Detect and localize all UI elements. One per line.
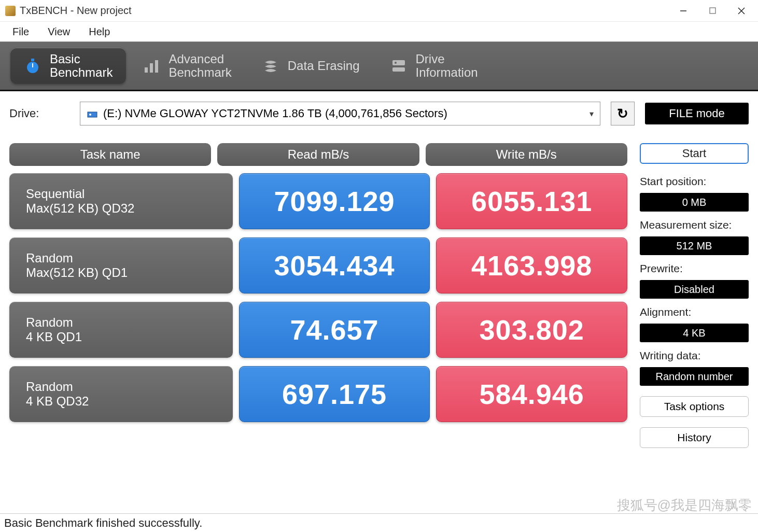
header-row: Task name Read mB/s Write mB/s <box>9 143 627 166</box>
write-value: 584.946 <box>436 366 627 422</box>
task-line2: 4 KB QD32 <box>26 394 216 409</box>
side-panel: Start Start position: 0 MB Measurement s… <box>640 143 749 513</box>
erase-icon <box>262 57 279 75</box>
close-button[interactable] <box>727 0 756 22</box>
task-options-button[interactable]: Task options <box>640 396 749 417</box>
start-button[interactable]: Start <box>640 143 749 164</box>
svg-rect-1 <box>710 8 715 13</box>
tab-basic-benchmark[interactable]: Basic Benchmark <box>10 48 126 84</box>
title-bar: TxBENCH - New project <box>0 0 758 22</box>
writing-data-button[interactable]: Random number <box>640 367 749 386</box>
read-value: 7099.129 <box>239 173 430 229</box>
result-row: Random 4 KB QD1 74.657 303.802 <box>9 302 627 358</box>
svg-rect-10 <box>392 60 405 65</box>
result-row: Sequential Max(512 KB) QD32 7099.129 605… <box>9 173 627 229</box>
results-panel: Task name Read mB/s Write mB/s Sequentia… <box>9 143 627 513</box>
measurement-size-label: Measurement size: <box>640 219 749 231</box>
stopwatch-icon <box>24 57 41 75</box>
alignment-label: Alignment: <box>640 306 749 318</box>
task-name-cell[interactable]: Random Max(512 KB) QD1 <box>9 237 233 293</box>
header-task: Task name <box>9 143 211 166</box>
write-value: 303.802 <box>436 302 627 358</box>
tab-drive-information[interactable]: Drive Information <box>376 48 492 84</box>
task-name-cell[interactable]: Random 4 KB QD1 <box>9 302 233 358</box>
tab-label: Advanced Benchmark <box>169 52 231 80</box>
minimize-button[interactable] <box>669 0 698 22</box>
read-value: 697.175 <box>239 366 430 422</box>
status-text: Basic Benchmark finished successfully. <box>4 516 202 530</box>
task-line2: Max(512 KB) QD1 <box>26 265 216 280</box>
drive-select[interactable]: (E:) NVMe GLOWAY YCT2TNVMe 1.86 TB (4,00… <box>80 102 600 125</box>
svg-rect-9 <box>155 60 158 73</box>
result-row: Random Max(512 KB) QD1 3054.434 4163.998 <box>9 237 627 293</box>
task-line1: Random <box>26 251 216 265</box>
history-button[interactable]: History <box>640 427 749 448</box>
menu-view[interactable]: View <box>39 23 78 41</box>
task-line1: Random <box>26 315 216 330</box>
window-title: TxBENCH - New project <box>20 5 669 17</box>
tab-advanced-benchmark[interactable]: Advanced Benchmark <box>129 48 245 84</box>
start-position-label: Start position: <box>640 175 749 188</box>
close-icon <box>738 7 745 15</box>
disk-icon <box>87 109 98 118</box>
tab-label: Basic Benchmark <box>50 52 113 80</box>
write-value: 4163.998 <box>436 237 627 293</box>
result-row: Random 4 KB QD32 697.175 584.946 <box>9 366 627 422</box>
read-value: 74.657 <box>239 302 430 358</box>
measurement-size-button[interactable]: 512 MB <box>640 236 749 255</box>
refresh-icon: ↻ <box>617 106 628 122</box>
status-bar: Basic Benchmark finished successfully. <box>0 513 758 532</box>
maximize-icon <box>709 7 716 14</box>
drive-selected-text: (E:) NVMe GLOWAY YCT2TNVMe 1.86 TB (4,00… <box>103 107 447 120</box>
prewrite-label: Prewrite: <box>640 262 749 275</box>
minimize-icon <box>680 7 687 15</box>
app-icon <box>5 6 16 16</box>
drive-icon <box>390 57 408 75</box>
task-name-cell[interactable]: Sequential Max(512 KB) QD32 <box>9 173 233 229</box>
svg-rect-11 <box>392 67 405 72</box>
read-value: 3054.434 <box>239 237 430 293</box>
task-line2: 4 KB QD1 <box>26 330 216 344</box>
menu-help[interactable]: Help <box>80 23 118 41</box>
tab-label: Drive Information <box>416 52 478 80</box>
writing-data-label: Writing data: <box>640 349 749 362</box>
svg-rect-5 <box>31 59 34 61</box>
header-read: Read mB/s <box>217 143 419 166</box>
body-row: Task name Read mB/s Write mB/s Sequentia… <box>9 143 749 513</box>
prewrite-button[interactable]: Disabled <box>640 280 749 299</box>
svg-point-14 <box>89 114 91 116</box>
bar-chart-icon <box>143 57 160 75</box>
drive-row: Drive: (E:) NVMe GLOWAY YCT2TNVMe 1.86 T… <box>9 102 749 125</box>
task-line1: Sequential <box>26 187 216 201</box>
svg-point-12 <box>395 62 397 64</box>
task-line2: Max(512 KB) QD32 <box>26 201 216 216</box>
file-mode-button[interactable]: FILE mode <box>645 103 749 124</box>
menu-file[interactable]: File <box>4 23 37 41</box>
tab-strip: Basic Benchmark Advanced Benchmark Data … <box>0 41 758 91</box>
header-write: Write mB/s <box>426 143 627 166</box>
menu-bar: File View Help <box>0 22 758 41</box>
tab-data-erasing[interactable]: Data Erasing <box>248 48 373 84</box>
start-position-button[interactable]: 0 MB <box>640 193 749 212</box>
write-value: 6055.131 <box>436 173 627 229</box>
refresh-button[interactable]: ↻ <box>611 102 635 125</box>
window-controls <box>669 0 756 22</box>
task-line1: Random <box>26 380 216 394</box>
maximize-button[interactable] <box>698 0 727 22</box>
main-panel: Drive: (E:) NVMe GLOWAY YCT2TNVMe 1.86 T… <box>0 91 758 513</box>
chevron-down-icon: ▾ <box>589 109 594 119</box>
task-name-cell[interactable]: Random 4 KB QD32 <box>9 366 233 422</box>
tab-label: Data Erasing <box>288 59 360 73</box>
svg-rect-13 <box>88 112 97 117</box>
svg-rect-8 <box>150 63 153 73</box>
svg-rect-7 <box>145 67 148 73</box>
drive-label: Drive: <box>9 107 69 120</box>
alignment-button[interactable]: 4 KB <box>640 324 749 342</box>
